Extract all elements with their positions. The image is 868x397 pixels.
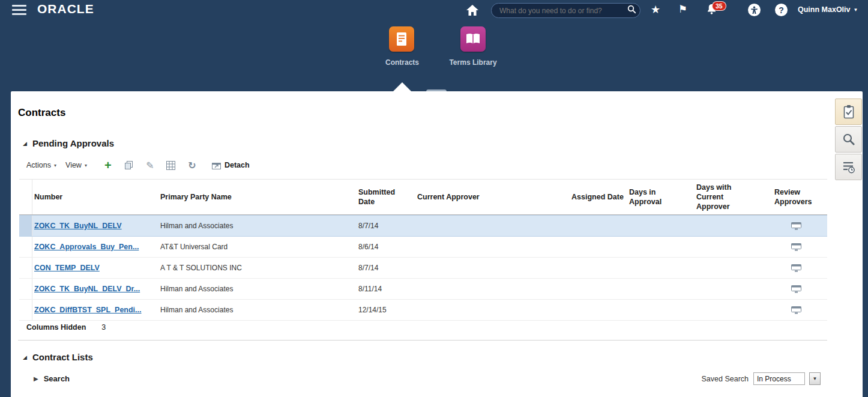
assigned-date-cell — [567, 300, 625, 320]
watchlist-flag-icon[interactable]: ⚑ — [678, 4, 687, 16]
column-header-primary-party[interactable]: Primary Party Name — [159, 180, 357, 214]
column-header-label: Submitted Date — [358, 187, 413, 207]
days-with-current-approver-cell — [692, 300, 765, 320]
pending-approvals-toolbar: Actions ▾ View ▾ + ✎ ↻ Detach — [26, 157, 250, 173]
column-header-label: Primary Party Name — [160, 192, 232, 202]
home-icon[interactable] — [466, 4, 479, 16]
help-icon[interactable]: ? — [775, 4, 788, 16]
chevron-down-icon: ▼ — [854, 7, 858, 13]
favorites-star-icon[interactable]: ★ — [651, 4, 660, 16]
navigator-menu-icon[interactable] — [12, 5, 28, 16]
contract-lists-section-header[interactable]: ◢ Contract Lists — [23, 352, 93, 362]
home-icon-glyph — [466, 4, 479, 16]
contracts-glyph — [394, 31, 409, 47]
search-icon — [842, 133, 855, 146]
search-panel-button[interactable] — [835, 126, 862, 153]
section-expanded-icon[interactable]: ◢ — [23, 354, 27, 360]
add-icon[interactable]: + — [102, 159, 114, 171]
duplicate-icon[interactable] — [123, 159, 135, 171]
table-row[interactable]: ZOKC_DiffBTST_SPL_Pendi... Hilman and As… — [19, 300, 827, 321]
actions-menu[interactable]: Actions ▾ — [26, 161, 56, 169]
notifications-bell-icon[interactable]: 35 — [706, 4, 722, 17]
pending-approvals-table: Number Primary Party Name Submitted Date… — [19, 179, 827, 321]
row-selector-cell[interactable] — [19, 216, 32, 236]
contracts-app-label[interactable]: Contracts — [366, 58, 438, 67]
assigned-date-cell — [567, 279, 625, 299]
chevron-down-icon: ▾ — [54, 163, 56, 168]
table-row[interactable]: CON_TEMP_DELV A T & T SOLUTIONS INC 8/7/… — [19, 258, 827, 279]
review-approvers-glyph — [791, 264, 801, 272]
table-row[interactable]: ZOKC_TK_BuyNL_DELV_Dr... Hilman and Asso… — [19, 279, 827, 300]
days-with-current-approver-cell — [692, 237, 765, 257]
days-with-current-approver-cell — [692, 216, 765, 236]
columns-hidden-label: Columns Hidden — [26, 323, 86, 332]
user-menu[interactable]: Quinn MaxOliv ▼ — [798, 5, 858, 14]
accessibility-icon[interactable] — [748, 4, 761, 16]
global-search — [491, 3, 640, 18]
submitted-date-cell: 8/11/14 — [357, 279, 413, 299]
chevron-right-icon[interactable]: ▶ — [34, 375, 38, 382]
contracts-app-icon[interactable] — [389, 26, 414, 52]
grid-edit-icon[interactable] — [165, 159, 177, 171]
review-approvers-icon[interactable] — [791, 285, 801, 293]
contract-number-link[interactable]: ZOKC_TK_BuyNL_DELV — [34, 222, 122, 230]
global-header: ORACLE ★ ⚑ 35 ? Quinn MaxOliv ▼ — [0, 0, 868, 20]
search-label: Search — [44, 374, 70, 383]
column-header-review-approvers[interactable]: Review Approvers — [765, 180, 827, 214]
primary-party-cell: AT&T Universal Card — [159, 237, 357, 257]
row-selector-cell[interactable] — [19, 300, 32, 320]
table-row[interactable]: ZOKC_Approvals_Buy_Pen... AT&T Universal… — [19, 237, 827, 258]
columns-hidden-footer: Columns Hidden 3 — [26, 323, 106, 332]
contract-number-link[interactable]: CON_TEMP_DELV — [34, 264, 100, 272]
column-header-days-in-approval[interactable]: Days in Approval — [625, 180, 692, 214]
review-approvers-icon[interactable] — [791, 243, 801, 251]
detach-button[interactable]: Detach — [212, 161, 250, 169]
days-with-current-approver-cell — [692, 258, 765, 278]
contract-number-link[interactable]: ZOKC_Approvals_Buy_Pen... — [34, 243, 139, 251]
recent-items-panel-button[interactable] — [835, 154, 862, 180]
days-in-approval-cell — [625, 279, 692, 299]
clipboard-check-icon — [843, 105, 855, 119]
current-approver-cell — [413, 279, 567, 299]
pending-approvals-section-header[interactable]: ◢ Pending Approvals — [23, 138, 114, 148]
days-with-current-approver-cell — [692, 279, 765, 299]
user-name: Quinn MaxOliv — [798, 5, 851, 14]
row-selector-cell[interactable] — [19, 279, 32, 299]
current-approver-cell — [413, 300, 567, 320]
review-approvers-icon[interactable] — [791, 222, 801, 230]
submitted-date-cell: 8/6/14 — [357, 237, 413, 257]
terms-library-app-icon[interactable] — [460, 26, 486, 52]
contracts-page-panel: Contracts ◢ Pending Approvals Actions ▾ … — [11, 91, 863, 397]
tasks-panel-button[interactable] — [835, 98, 862, 125]
terms-library-app-label[interactable]: Terms Library — [437, 58, 509, 67]
column-header-submitted-date[interactable]: Submitted Date — [357, 180, 413, 214]
assigned-date-cell — [567, 216, 625, 236]
table-header-row: Number Primary Party Name Submitted Date… — [19, 179, 827, 215]
review-approvers-icon[interactable] — [791, 264, 801, 272]
search-icon-glyph — [627, 5, 636, 14]
contract-number-link[interactable]: ZOKC_DiffBTST_SPL_Pendi... — [34, 306, 142, 314]
refresh-icon[interactable]: ↻ — [186, 159, 198, 171]
column-header-current-approver[interactable]: Current Approver — [413, 180, 567, 214]
section-expanded-icon[interactable]: ◢ — [23, 141, 27, 147]
column-header-assigned-date[interactable]: Assigned Date — [567, 180, 625, 214]
app-window: ORACLE ★ ⚑ 35 ? Quinn MaxOliv ▼ Contract… — [0, 0, 868, 397]
column-header-days-with-current-approver[interactable]: Days with Current Approver — [692, 180, 765, 214]
review-approvers-icon[interactable] — [791, 306, 801, 314]
help-glyph: ? — [779, 5, 784, 15]
global-search-input[interactable] — [492, 6, 623, 16]
notification-count-badge: 35 — [712, 1, 726, 11]
column-header-number[interactable]: Number — [32, 180, 159, 214]
view-menu[interactable]: View ▾ — [65, 161, 87, 169]
contract-number-link[interactable]: ZOKC_TK_BuyNL_DELV_Dr... — [34, 285, 140, 293]
saved-search-dropdown-button[interactable]: ▼ — [809, 372, 821, 385]
search-icon[interactable] — [623, 5, 640, 16]
table-row[interactable]: ZOKC_TK_BuyNL_DELV Hilman and Associates… — [19, 215, 827, 237]
saved-search-select[interactable]: In Process — [753, 372, 805, 385]
row-selector-cell[interactable] — [19, 237, 32, 257]
terms-library-glyph — [465, 32, 481, 46]
search-disclosure[interactable]: ▶ Search — [34, 374, 70, 383]
row-selector-cell[interactable] — [19, 258, 32, 278]
edit-icon[interactable]: ✎ — [144, 159, 156, 171]
section-title: Contract Lists — [32, 352, 93, 362]
